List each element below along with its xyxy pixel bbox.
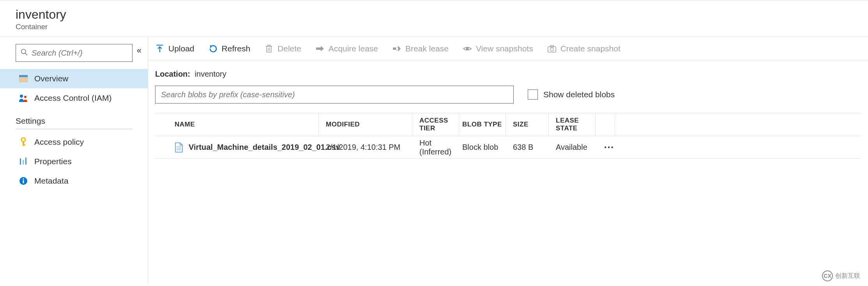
cell-size: 638 B — [506, 143, 549, 152]
col-access-tier[interactable]: ACCESS TIER — [412, 113, 459, 136]
row-more-button[interactable]: ⋯ — [596, 141, 615, 153]
sidebar-section-settings: Settings — [16, 116, 144, 126]
overview-icon — [19, 74, 28, 83]
view-snapshots-button: View snapshots — [463, 44, 533, 53]
col-actions — [596, 113, 615, 136]
watermark-logo-icon: CX — [822, 270, 833, 281]
svg-rect-11 — [25, 158, 27, 165]
create-snapshot-icon — [547, 44, 557, 53]
blob-prefix-search-input[interactable] — [155, 86, 514, 104]
break-lease-button: Break lease — [392, 44, 449, 53]
svg-marker-22 — [316, 46, 324, 51]
page-subtitle: Container — [16, 23, 868, 31]
upload-button[interactable]: Upload — [155, 44, 194, 53]
sidebar-item-metadata[interactable]: Metadata — [16, 171, 144, 191]
sidebar: « Overview Access Control (IAM) Settings — [0, 37, 148, 284]
svg-rect-3 — [19, 77, 28, 82]
col-modified[interactable]: MODIFIED — [319, 113, 412, 136]
show-deleted-label: Show deleted blobs — [543, 90, 615, 99]
sidebar-item-label: Metadata — [34, 176, 69, 186]
refresh-icon — [209, 44, 218, 53]
checkbox-icon[interactable] — [528, 89, 538, 100]
location-label: Location: — [155, 70, 190, 78]
svg-rect-21 — [268, 45, 270, 46]
file-icon — [175, 142, 183, 153]
sidebar-item-label: Access Control (IAM) — [34, 93, 111, 103]
cell-blob-type: Block blob — [459, 143, 506, 152]
create-snapshot-button: Create snapshot — [547, 44, 621, 53]
toolbar: Upload Refresh Delete Acquire lease — [148, 37, 868, 60]
col-blob-type[interactable]: BLOB TYPE — [459, 113, 506, 136]
search-icon — [21, 49, 28, 57]
divider — [16, 129, 133, 129]
main-content: Upload Refresh Delete Acquire lease — [148, 37, 868, 284]
svg-rect-27 — [550, 46, 553, 47]
acquire-lease-button: Acquire lease — [315, 44, 378, 53]
svg-point-28 — [550, 48, 553, 51]
svg-rect-17 — [267, 46, 271, 52]
upload-icon — [155, 44, 164, 53]
svg-line-1 — [25, 53, 27, 55]
sidebar-search-input[interactable] — [32, 49, 127, 58]
watermark-text: 创新互联 — [835, 272, 860, 280]
col-size[interactable]: SIZE — [506, 113, 549, 136]
svg-point-5 — [24, 96, 27, 98]
sidebar-item-label: Overview — [34, 74, 69, 83]
cell-access-tier: Hot (Inferred) — [412, 139, 459, 156]
blob-name: Virtual_Machine_details_2019_02_01.csv — [189, 143, 340, 152]
page-title: inventory — [16, 7, 868, 22]
col-lease-state[interactable]: LEASE STATE — [549, 113, 596, 136]
svg-rect-26 — [548, 47, 556, 52]
page-header: inventory Container — [0, 0, 868, 37]
cell-modified: 2/1/2019, 4:10:31 PM — [319, 143, 412, 152]
info-icon — [19, 176, 28, 186]
table-row[interactable]: Virtual_Machine_details_2019_02_01.csv 2… — [155, 136, 861, 158]
show-deleted-checkbox[interactable]: Show deleted blobs — [528, 89, 615, 100]
collapse-sidebar-icon[interactable]: « — [137, 46, 141, 56]
sidebar-search[interactable] — [16, 44, 133, 62]
cell-name: Virtual_Machine_details_2019_02_01.csv — [155, 142, 319, 153]
view-snapshots-icon — [463, 44, 472, 53]
svg-point-25 — [466, 47, 468, 50]
location-value: inventory — [195, 70, 226, 78]
refresh-button[interactable]: Refresh — [209, 44, 251, 53]
col-name[interactable]: NAME — [155, 113, 319, 136]
key-icon — [19, 137, 28, 147]
svg-point-4 — [20, 95, 23, 98]
sidebar-item-label: Access policy — [34, 137, 84, 147]
svg-rect-2 — [19, 75, 28, 77]
svg-marker-23 — [393, 46, 397, 51]
location-row: Location: inventory — [148, 60, 868, 86]
filter-row: Show deleted blobs — [148, 86, 868, 113]
svg-marker-24 — [398, 46, 401, 51]
svg-rect-8 — [23, 144, 25, 146]
svg-point-0 — [21, 49, 26, 54]
sidebar-item-overview[interactable]: Overview — [0, 69, 148, 88]
svg-rect-13 — [23, 180, 24, 183]
blob-table: NAME MODIFIED ACCESS TIER BLOB TYPE SIZE… — [155, 113, 861, 159]
delete-icon — [264, 44, 274, 53]
sidebar-item-access-control[interactable]: Access Control (IAM) — [16, 88, 144, 108]
sidebar-item-label: Properties — [34, 157, 72, 166]
break-lease-icon — [392, 44, 401, 53]
cell-lease-state: Available — [549, 143, 596, 152]
svg-point-6 — [21, 138, 25, 142]
sidebar-item-properties[interactable]: Properties — [16, 152, 144, 171]
iam-icon — [19, 93, 28, 103]
svg-rect-10 — [23, 160, 24, 165]
properties-icon — [19, 157, 28, 166]
table-header: NAME MODIFIED ACCESS TIER BLOB TYPE SIZE… — [155, 113, 861, 136]
svg-point-14 — [23, 178, 24, 180]
acquire-lease-icon — [315, 44, 325, 53]
delete-button: Delete — [264, 44, 301, 53]
svg-rect-9 — [20, 158, 21, 165]
sidebar-item-access-policy[interactable]: Access policy — [16, 132, 144, 152]
watermark: CX 创新互联 — [822, 270, 860, 281]
